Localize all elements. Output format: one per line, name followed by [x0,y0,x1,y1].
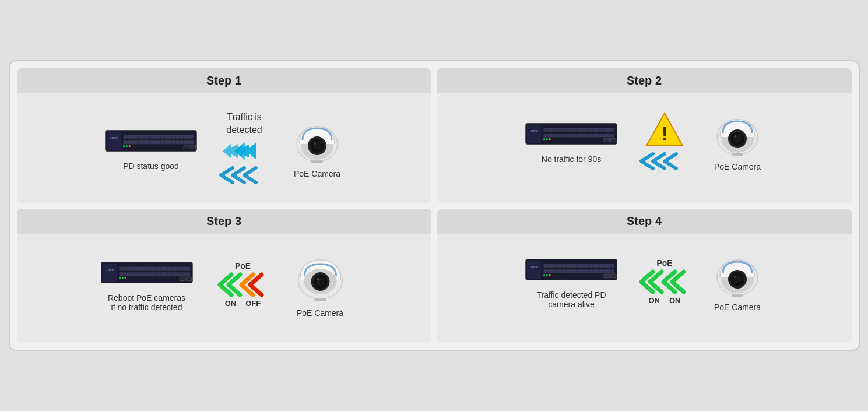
svg-point-43 [123,145,125,147]
svg-text:UTEPO: UTEPO [530,265,538,268]
step3-camera-label: PoE Camera [297,308,343,318]
svg-rect-20 [184,135,187,138]
svg-point-222 [734,276,736,278]
svg-rect-200 [570,270,573,273]
step3-switch-section: UTEPO Reboot PoE cameras if no traff [100,257,194,312]
step1-status-text: Traffic isdetected [226,111,262,137]
svg-rect-18 [176,135,179,138]
svg-rect-90 [578,134,581,137]
svg-rect-133 [175,267,178,270]
svg-rect-178 [563,264,566,267]
svg-rect-173 [544,264,547,267]
traffic-arrows [215,165,273,185]
svg-rect-62 [548,129,551,132]
svg-rect-98 [607,134,610,137]
svg-rect-66 [563,129,566,132]
svg-rect-193 [544,270,547,273]
svg-rect-134 [180,267,182,270]
svg-point-100 [543,138,545,140]
svg-rect-141 [131,273,133,276]
step4-title: Step 4 [437,209,852,234]
svg-rect-183 [582,264,585,267]
svg-point-44 [126,145,128,147]
svg-rect-34 [161,141,164,144]
step3-on-off-labels: ON OFF [225,299,261,308]
svg-rect-99 [612,134,614,137]
switch3-icon: UTEPO [100,257,194,289]
step3-on-label: ON [225,299,237,308]
svg-rect-30 [146,141,149,144]
svg-rect-72 [585,129,588,132]
svg-rect-86 [563,134,566,137]
step4-camera-label: PoE Camera [714,303,761,312]
svg-rect-4 [124,135,127,138]
svg-rect-135 [183,267,186,270]
svg-rect-207 [596,270,599,273]
svg-rect-119 [124,267,126,270]
camera4-icon [711,251,764,298]
svg-rect-181 [574,264,577,267]
svg-rect-14 [161,135,164,138]
svg-rect-65 [559,129,562,132]
svg-rect-27 [135,141,138,144]
svg-point-214 [549,274,551,276]
svg-rect-70 [578,129,581,132]
svg-rect-71 [582,129,585,132]
svg-rect-151 [168,273,171,276]
svg-text:UTEPO: UTEPO [110,136,118,139]
svg-rect-5 [128,135,131,138]
step4-poe-arrows: PoE ON ON [635,258,694,305]
step1-card: Step 1 UTEPO [17,68,431,203]
svg-rect-131 [168,267,171,270]
svg-rect-126 [149,267,152,270]
svg-rect-32 [154,141,157,144]
svg-rect-46 [184,145,189,149]
svg-rect-198 [563,270,566,273]
svg-rect-149 [161,273,164,276]
svg-rect-84 [556,134,558,137]
svg-rect-161 [186,277,192,280]
svg-rect-103 [604,138,610,142]
svg-point-159 [124,277,126,279]
step2-camera-label: PoE Camera [714,162,761,171]
svg-point-55 [314,142,316,145]
svg-text:UTEPO: UTEPO [106,268,114,271]
svg-rect-7 [135,135,138,138]
svg-rect-1 [107,132,121,150]
svg-rect-17 [173,135,175,138]
svg-rect-197 [559,270,562,273]
svg-rect-88 [570,134,573,137]
svg-rect-22 [191,135,194,138]
svg-rect-83 [551,134,554,137]
svg-rect-6 [131,135,134,138]
svg-rect-148 [157,273,160,276]
svg-point-212 [543,274,545,276]
svg-rect-36 [168,141,171,144]
svg-rect-97 [604,134,607,137]
svg-point-101 [546,138,548,140]
step2-camera-section: PoE Camera [711,111,764,171]
svg-rect-120 [127,267,130,270]
svg-rect-144 [142,273,145,276]
svg-rect-41 [187,141,190,144]
step3-camera-section: PoE Camera [293,251,348,318]
svg-rect-16 [168,135,171,138]
svg-rect-78 [607,129,610,132]
step1-camera-label: PoE Camera [294,169,340,178]
svg-rect-210 [607,270,610,273]
warning-icon: ! [644,111,685,149]
svg-rect-203 [582,270,585,273]
svg-rect-176 [556,264,558,267]
svg-rect-216 [610,274,616,277]
svg-rect-182 [578,264,581,267]
step4-on1-label: ON [649,296,660,305]
switch4-icon: UTEPO [525,254,618,286]
step4-on-on-labels: ON ON [649,296,681,305]
poe-on-on-arrows [635,269,694,295]
svg-rect-143 [138,273,141,276]
svg-text:UTEPO: UTEPO [530,129,538,132]
svg-rect-35 [165,141,168,144]
svg-rect-40 [184,141,187,144]
switch2-icon: UTEPO [525,118,618,150]
svg-rect-209 [604,270,607,273]
